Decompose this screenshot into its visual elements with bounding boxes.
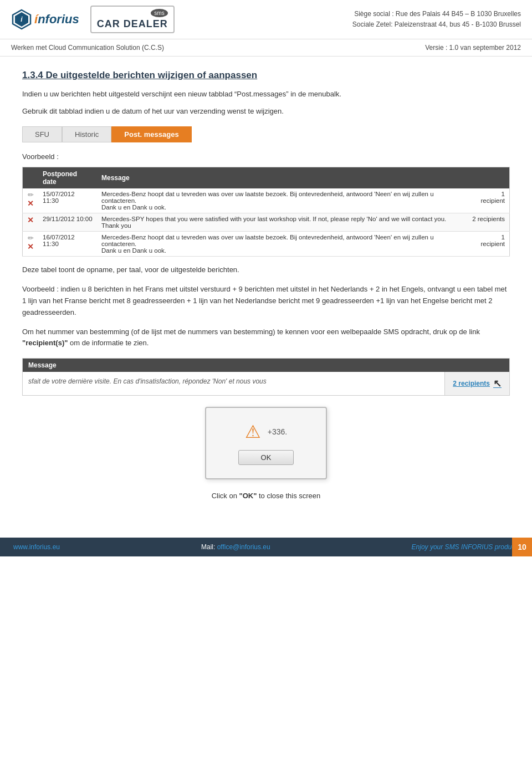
- row-1-message: Mercedes-Benz hoopt dat u tevreden was o…: [97, 188, 468, 213]
- paragraph-4: Voorbeeld : indien u 8 berichten in het …: [22, 284, 510, 318]
- ok-button[interactable]: OK: [238, 450, 294, 465]
- recipients-count: 2 recipients: [453, 380, 490, 387]
- warning-icon: ⚠: [245, 421, 261, 442]
- footer-enjoy: Enjoy your SMS INFORIUS product.: [412, 543, 519, 551]
- page-number: 10: [512, 538, 532, 556]
- logos: i ínforius sms CAR DEALER: [11, 6, 175, 33]
- dialog-container: ⚠ +336. OK: [22, 407, 510, 479]
- row-2-actions: ✕: [23, 213, 39, 232]
- table-row: ✏ ✕ 16/07/201211:30 Mercedes-Benz hoopt …: [23, 232, 510, 257]
- siege-text: Siège social : Rue des Palais 44 B45 – B…: [354, 9, 521, 19]
- postponed-table: Postponed date Message ✏ ✕ 15/07/201211:…: [22, 167, 510, 257]
- contact-info: Siège social : Rue des Palais 44 B45 – B…: [186, 6, 521, 33]
- row-1-date: 15/07/201211:30: [38, 188, 97, 213]
- car-dealer-text: CAR DEALER: [97, 18, 168, 30]
- row-2-recipients[interactable]: 2 recipients: [468, 213, 509, 232]
- dialog-content: ⚠ +336.: [245, 421, 287, 442]
- version-text: Versie : 1.0 van september 2012: [425, 44, 521, 52]
- inforius-text: ínforius: [34, 12, 79, 27]
- dialog-phone: +336.: [268, 427, 287, 436]
- sociale-text: Sociale Zetel: Paleizenstraat 44, bus 45…: [352, 19, 521, 30]
- inforius-logo: i ínforius: [11, 9, 79, 30]
- row-2-date: 29/11/2012 10:00: [38, 213, 97, 232]
- row-3-date: 16/07/201211:30: [38, 232, 97, 257]
- delete-icon[interactable]: ✕: [27, 242, 34, 251]
- row-3-actions: ✏ ✕: [23, 232, 39, 257]
- col-header-actions: [23, 167, 39, 189]
- sub-left-text: Werken met Cloud Communication Solution …: [11, 44, 164, 52]
- row-3-message: Mercedes-Benz hoopt dat u tevreden was o…: [97, 232, 468, 257]
- col-header-message: Message: [97, 167, 468, 189]
- section-title: 1.3.4 De uitgestelde berichten wijzigen …: [22, 70, 510, 81]
- message-box-row: sfait de votre dernière visite. En cas d…: [23, 372, 509, 395]
- edit-icon[interactable]: ✏: [27, 234, 34, 242]
- col-header-date: Postponed date: [38, 167, 97, 189]
- message-box-header: Message: [23, 359, 509, 372]
- paragraph-1: Indien u uw berichten hebt uitgesteld ve…: [22, 89, 510, 100]
- message-box-content: sfait de votre dernière visite. En cas d…: [23, 372, 444, 395]
- recipients-link[interactable]: 2 recipients ↖: [444, 372, 509, 395]
- dialog-box: ⚠ +336. OK: [205, 407, 327, 479]
- cursor-icon: ↖: [493, 377, 502, 390]
- inforius-hex-icon: i: [11, 9, 32, 30]
- sub-header: Werken met Cloud Communication Solution …: [0, 39, 532, 57]
- tab-sfu[interactable]: SFU: [22, 126, 62, 142]
- edit-icon[interactable]: ✏: [27, 191, 34, 199]
- message-box: Message sfait de votre dernière visite. …: [22, 358, 510, 396]
- tab-historic[interactable]: Historic: [62, 126, 111, 142]
- mail-label: Mail:: [201, 543, 215, 551]
- row-2-message: Mercedes-SPY hopes that you were satisfi…: [97, 213, 468, 232]
- car-dealer-logo: sms CAR DEALER: [90, 6, 175, 33]
- main-content: 1.3.4 De uitgestelde berichten wijzigen …: [0, 57, 532, 521]
- tab-post-messages[interactable]: Post. messages: [111, 126, 191, 142]
- footer-mail: Mail: office@inforius.eu: [201, 543, 270, 551]
- delete-icon[interactable]: ✕: [27, 199, 34, 208]
- dialog-caption: Click on "OK" to close this screen: [22, 490, 510, 502]
- col-header-recipients: [468, 167, 509, 189]
- page-footer: www.inforius.eu Mail: office@inforius.eu…: [0, 538, 532, 556]
- mail-address[interactable]: office@inforius.eu: [217, 543, 270, 551]
- row-3-recipients[interactable]: 1recipient: [468, 232, 509, 257]
- paragraph-2: Gebruik dit tabblad indien u de datum of…: [22, 106, 510, 117]
- row-1-recipients[interactable]: 1recipient: [468, 188, 509, 213]
- footer-website[interactable]: www.inforius.eu: [13, 543, 60, 551]
- tab-bar: SFU Historic Post. messages: [22, 126, 233, 142]
- table-row: ✏ ✕ 15/07/201211:30 Mercedes-Benz hoopt …: [23, 188, 510, 213]
- table-row: ✕ 29/11/2012 10:00 Mercedes-SPY hopes th…: [23, 213, 510, 232]
- sms-label: sms: [151, 9, 167, 17]
- paragraph-3: Deze tabel toont de opname, per taal, vo…: [22, 264, 510, 276]
- page-header: i ínforius sms CAR DEALER Siège social :…: [0, 0, 532, 39]
- delete-icon[interactable]: ✕: [27, 216, 34, 224]
- paragraph-5: Om het nummer van bestemming (of de lijs…: [22, 326, 510, 350]
- voorbeeld-label: Voorbeeld :: [22, 151, 510, 163]
- row-1-actions: ✏ ✕: [23, 188, 39, 213]
